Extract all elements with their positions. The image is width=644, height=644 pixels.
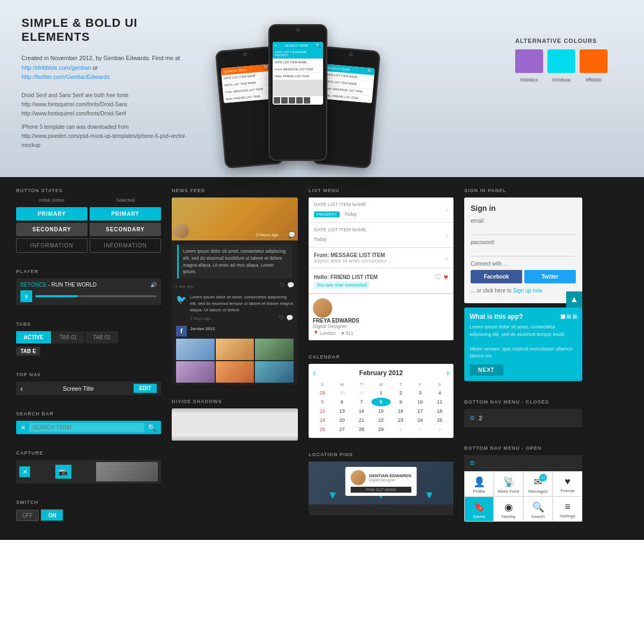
heart-filled-icon[interactable]: ♥ (444, 273, 448, 281)
cal-day-1[interactable]: 1 (371, 389, 390, 397)
cal-day-26[interactable]: 26 (313, 425, 332, 434)
cal-day-19[interactable]: 19 (313, 416, 332, 425)
cal-day-5[interactable]: 5 (313, 398, 332, 406)
calendar-prev-button[interactable]: ‹ (313, 368, 316, 378)
capture-close-icon[interactable]: ✕ (19, 466, 30, 477)
list-item-1[interactable]: DATE LIST ITEM NAME PRIORITY Today › (309, 197, 453, 223)
secondary-button-selected[interactable]: SECONDARY (90, 223, 161, 236)
cal-day-8-today[interactable]: 8 (371, 398, 390, 406)
font-serif-link[interactable]: http://www.fontsquirrel.com/fonts/Droid-… (21, 111, 126, 116)
top-nav-bar: ‹ Screen Title EDIT (16, 382, 161, 395)
heart-icon-3[interactable]: ♡ (279, 314, 284, 321)
calendar-next-button[interactable]: › (447, 368, 449, 378)
nav-item-profile[interactable]: 👤 Profile (464, 471, 494, 496)
list-item-3[interactable]: From: MESSAGE LIST ITEM adipisc dolor si… (309, 248, 453, 268)
back-button[interactable]: ‹ (20, 384, 23, 393)
friends-icon: ♥ (565, 476, 570, 487)
cal-day-27[interactable]: 27 (332, 425, 351, 434)
list-item-2[interactable]: DATE LIST ITEM NAME Today › (309, 223, 453, 248)
twitter-link[interactable]: http://twitter.com/GentianEdwards (21, 74, 109, 80)
signin-up-arrow[interactable]: ▲ (566, 291, 582, 308)
find-out-more-button[interactable]: FIND OUT MORE (350, 487, 411, 493)
signup-link[interactable]: Sign up now (513, 288, 543, 294)
next-button[interactable]: NEXT (470, 364, 503, 376)
news-photo-3 (255, 339, 294, 360)
cal-day-31-prev[interactable]: 31 (352, 389, 371, 397)
cal-day-4[interactable]: 4 (430, 389, 449, 397)
cal-day-28[interactable]: 28 (352, 425, 371, 434)
calendar-grid: S M T W T F S 29 30 31 1 2 3 4 5 (313, 381, 449, 434)
nav-item-search[interactable]: 🔍 Search (523, 496, 553, 522)
camera-icon[interactable]: 📷 (55, 465, 71, 479)
cal-day-3-next[interactable]: 3 (430, 425, 449, 434)
edit-button[interactable]: EDIT (134, 384, 157, 393)
tab-01[interactable]: TAB 01 (52, 331, 85, 343)
font-sans-link[interactable]: http://www.fontsquirrel.com/fonts/Droid-… (21, 101, 127, 107)
cal-day-14[interactable]: 14 (352, 407, 371, 415)
iphone-template-link[interactable]: http://www.pixeden.com/psd-mock-up-templ… (21, 133, 187, 148)
cal-day-13[interactable]: 13 (332, 407, 351, 415)
heart-icon-2[interactable]: ♡ (280, 282, 285, 289)
cal-day-1-next[interactable]: 1 (391, 425, 410, 434)
cal-day-20[interactable]: 20 (332, 416, 351, 425)
cal-day-9[interactable]: 9 (391, 398, 410, 406)
player-progress-bar[interactable] (35, 295, 157, 297)
cal-day-17[interactable]: 17 (411, 407, 429, 415)
list-item-4[interactable]: Hello: FRIEND LIST ITEM ♡ ♥ You are now … (309, 268, 453, 294)
chat-icon-3[interactable]: 💬 (286, 314, 294, 321)
password-input[interactable] (471, 247, 576, 257)
chat-icon-2[interactable]: 💬 (287, 282, 295, 289)
heart-icon-1[interactable]: ♡ (281, 231, 286, 238)
cal-day-25[interactable]: 25 (430, 416, 449, 425)
dribbble-link[interactable]: http://dribbble.com/gentian (21, 64, 91, 71)
tab-active[interactable]: ACTIVE (16, 331, 51, 343)
cal-day-2-next[interactable]: 2 (411, 425, 429, 434)
info-button-initial[interactable]: INFORMATION (16, 238, 87, 253)
swatch-orange-label: #ff6600 (580, 77, 608, 83)
nav-item-saved[interactable]: 🔖 Saved (464, 496, 494, 522)
email-input[interactable] (471, 226, 576, 235)
switch-off-button[interactable]: OFF (16, 510, 39, 521)
cal-day-18[interactable]: 18 (430, 407, 449, 415)
facebook-button[interactable]: Facebook (471, 270, 522, 283)
heart-outline-icon[interactable]: ♡ (435, 273, 442, 281)
location-pin-3: ▼ (424, 489, 435, 501)
cal-day-7[interactable]: 7 (352, 398, 371, 406)
cal-day-21[interactable]: 21 (352, 416, 371, 425)
hamburger-open-icon[interactable]: ≡ (470, 458, 474, 468)
cal-day-10[interactable]: 10 (411, 398, 429, 406)
cal-day-2[interactable]: 2 (391, 389, 410, 397)
cal-day-16[interactable]: 16 (391, 407, 410, 415)
nav-item-messages[interactable]: ✉ Messages 12 (523, 471, 553, 496)
cal-day-30-prev[interactable]: 30 (332, 389, 351, 397)
nav-item-friends[interactable]: ♥ Friends (553, 471, 582, 496)
cal-day-29-prev[interactable]: 29 (313, 389, 332, 397)
search-input[interactable] (29, 423, 144, 432)
cal-day-29[interactable]: 29 (371, 425, 390, 434)
secondary-button-initial[interactable]: SECONDARY (16, 223, 87, 236)
tab-e-label[interactable]: TAB E (16, 347, 40, 356)
cal-day-3[interactable]: 3 (411, 389, 429, 397)
nav-item-news-feed[interactable]: 📡 News Feed (494, 471, 523, 496)
cal-day-6[interactable]: 6 (332, 398, 351, 406)
nav-item-nearby[interactable]: ◉ Nearby (494, 496, 523, 522)
cal-day-12[interactable]: 12 (313, 407, 332, 415)
primary-button-selected[interactable]: PRIMARY (90, 207, 161, 221)
tab-02[interactable]: TAB 02 (85, 331, 118, 343)
cal-day-22[interactable]: 22 (371, 416, 390, 425)
hamburger-icon[interactable]: ≡ (470, 413, 474, 423)
cal-day-24[interactable]: 24 (411, 416, 429, 425)
primary-button-initial[interactable]: PRIMARY (16, 207, 87, 221)
cal-day-15[interactable]: 15 (371, 407, 390, 415)
cal-day-23[interactable]: 23 (391, 416, 410, 425)
twitter-button[interactable]: Twitter (524, 270, 576, 283)
news-quote-text: Lorem ipsum dolor sit amet, consectetur … (183, 248, 288, 275)
search-magnify-icon[interactable]: 🔍 (148, 423, 157, 432)
nav-item-settings[interactable]: ≡ Settings (553, 496, 582, 522)
switch-on-button[interactable]: ON (41, 509, 64, 522)
search-close-icon[interactable]: ✕ (20, 424, 26, 431)
pause-button[interactable]: ⏸ (20, 290, 32, 302)
info-button-selected[interactable]: INFORMATION (90, 238, 161, 253)
chat-icon-1[interactable]: 💬 (288, 231, 296, 238)
cal-day-11[interactable]: 11 (430, 398, 449, 406)
